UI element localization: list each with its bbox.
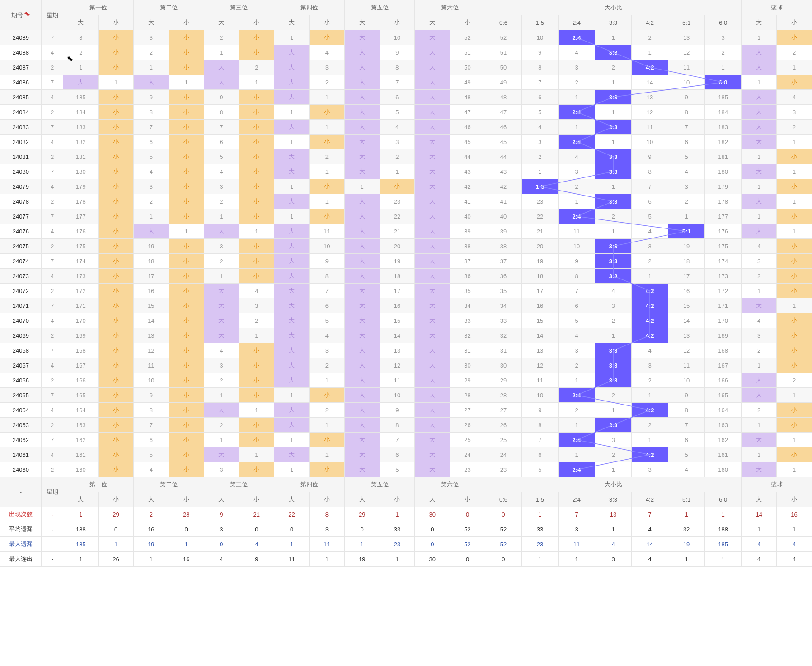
- sort-icon[interactable]: [23, 12, 30, 19]
- cell-issue: 24070: [0, 313, 42, 328]
- cell-pos: 9: [204, 90, 239, 105]
- stat-cell: 1: [705, 552, 742, 567]
- sub-big: 大: [415, 15, 450, 30]
- cell-pos: 小: [309, 30, 344, 45]
- foot-ratio: 大小比: [485, 477, 741, 492]
- cell-ratio: 9: [521, 403, 558, 418]
- stat-cell: 4: [632, 552, 668, 567]
- cell-blue: 小: [777, 75, 812, 90]
- cell-ratio: 9: [521, 45, 558, 60]
- cell-ratio: 13: [668, 328, 705, 343]
- cell-blue: 大: [742, 135, 777, 149]
- table-row: 240674167小11小3小大2大12大30301223:33111671小: [0, 358, 812, 373]
- cell-ratio: 6: [632, 194, 668, 209]
- table-row: 240842184小8小8小1小大5大474752:41128184大3: [0, 105, 812, 120]
- stat-cell: 1: [668, 552, 705, 567]
- cell-ratio: 6: [668, 135, 705, 149]
- stat-cell: 11: [309, 537, 344, 552]
- cell-ratio: 3: [705, 30, 742, 45]
- lottery-trend-table: 期号 星期 第一位 第二位 第三位 第四位 第五位 第六位 大小比 蓝球 大小大…: [0, 0, 812, 567]
- cell-pos: 小: [169, 418, 204, 433]
- stat-label: 出现次数: [0, 507, 42, 522]
- cell-ratio: 3: [668, 179, 705, 194]
- cell-pos: 小: [99, 447, 134, 462]
- cell-pos: 小: [239, 358, 274, 373]
- sub-small: 小: [309, 15, 344, 30]
- cell-pos: 大: [344, 135, 380, 149]
- cell-ratio: 48: [485, 90, 521, 105]
- cell-pos: 小: [169, 462, 204, 477]
- cell-pos: 大: [204, 298, 239, 313]
- cell-pos: 17: [380, 284, 415, 298]
- cell-pos: 1: [309, 120, 344, 135]
- cell-pos: 大: [344, 75, 380, 90]
- cell-ratio: 165: [705, 388, 742, 403]
- cell-ratio: 2:4: [559, 209, 595, 224]
- col-issue[interactable]: 期号: [0, 0, 42, 30]
- foot-blue: 蓝球: [742, 477, 812, 492]
- cell-week: 7: [41, 298, 63, 313]
- cell-pos: 18: [380, 269, 415, 284]
- stat-cell: 0: [485, 507, 521, 522]
- stat-cell: 0: [450, 552, 485, 567]
- cell-pos: 小: [169, 45, 204, 60]
- cell-pos: 15: [380, 313, 415, 328]
- cell-ratio: 8: [668, 403, 705, 418]
- cell-pos: 2: [63, 45, 99, 60]
- cell-ratio: 9: [632, 149, 668, 164]
- cell-blue: 3: [742, 254, 777, 269]
- stat-cell: 13: [595, 507, 632, 522]
- sub-ratio: 1:5: [521, 15, 558, 30]
- cell-ratio: 1: [595, 224, 632, 239]
- cell-ratio: 35: [485, 284, 521, 298]
- cell-pos: 174: [63, 254, 99, 269]
- cell-ratio: 3: [632, 239, 668, 254]
- cell-ratio: 1: [559, 373, 595, 388]
- cell-pos: 小: [239, 373, 274, 388]
- cell-pos: 3: [133, 179, 169, 194]
- cell-pos: 大: [415, 120, 450, 135]
- sub-big: 大: [63, 15, 99, 30]
- cell-ratio: 7: [521, 433, 558, 447]
- cell-pos: 43: [450, 164, 485, 179]
- cell-pos: 大: [344, 149, 380, 164]
- cell-pos: 175: [63, 239, 99, 254]
- stat-cell: 14: [632, 537, 668, 552]
- cell-ratio: 11: [559, 224, 595, 239]
- col-week: 星期: [41, 0, 63, 30]
- cell-ratio: 6: [521, 90, 558, 105]
- cell-week: 4: [41, 179, 63, 194]
- cell-blue: 小: [777, 239, 812, 254]
- sub-ratio: 2:4: [559, 15, 595, 30]
- sub-big: 大: [344, 15, 380, 30]
- cell-issue: 24082: [0, 135, 42, 149]
- cell-pos: 大: [344, 388, 380, 403]
- cell-ratio: 1: [559, 120, 595, 135]
- cell-pos: 大: [415, 358, 450, 373]
- cell-pos: 5: [380, 462, 415, 477]
- stat-cell: 3: [559, 522, 595, 537]
- cell-ratio: 47: [485, 105, 521, 120]
- stat-label: 最大连出: [0, 552, 42, 567]
- cell-ratio: 52: [485, 30, 521, 45]
- cell-ratio: 4:2: [632, 298, 668, 313]
- cell-pos: 32: [450, 328, 485, 343]
- cell-pos: 大: [415, 254, 450, 269]
- cell-pos: 1: [274, 209, 310, 224]
- cell-ratio: 3: [632, 462, 668, 477]
- stat-cell: 1: [380, 552, 415, 567]
- table-row: 240704170小14小大2大5大15大333315524:2141704小: [0, 313, 812, 328]
- cell-pos: 小: [380, 179, 415, 194]
- cell-pos: 3: [204, 462, 239, 477]
- cell-pos: 小: [99, 164, 134, 179]
- sub-big: 大: [204, 15, 239, 30]
- cell-issue: 24076: [0, 224, 42, 239]
- cell-ratio: 12: [668, 343, 705, 358]
- cell-pos: 2: [239, 60, 274, 75]
- stat-cell: 52: [450, 522, 485, 537]
- cell-pos: 4: [380, 120, 415, 135]
- cell-pos: 3: [204, 358, 239, 373]
- cell-pos: 大: [415, 328, 450, 343]
- cell-pos: 47: [450, 105, 485, 120]
- cell-ratio: 22: [521, 209, 558, 224]
